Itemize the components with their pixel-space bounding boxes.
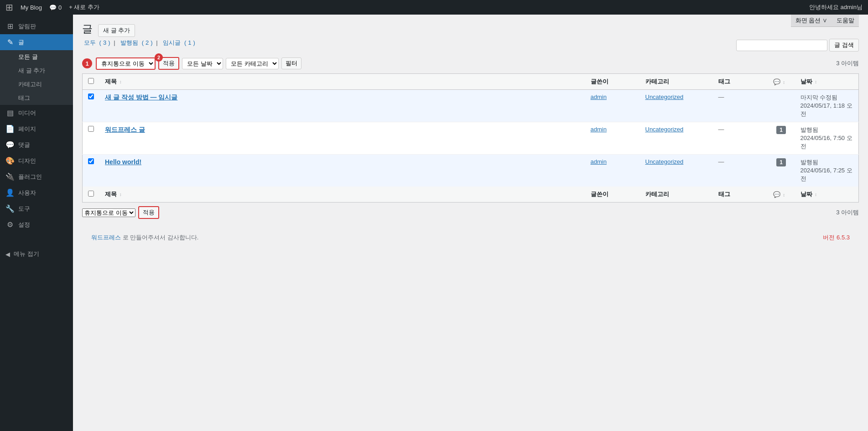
col-footer-title[interactable]: 제목 ↕ [99,187,585,203]
table-row: Hello world! admin Uncategorized — 1 [83,155,859,187]
step-badge-2: 2 [155,53,163,62]
filter-published-label: 발행됨 [120,39,138,46]
collapse-arrow-icon: ◀ [5,251,10,258]
row2-category-link[interactable]: Uncategorized [645,126,684,133]
col-footer-categories: 카테고리 [640,187,713,203]
page-header: 글 새 글 추가 [82,22,859,37]
footer-credit: 워드프레스 로 만들어주셔서 감사합니다. [91,234,198,242]
bulk-action-select-bottom[interactable]: 휴지통으로 이동 [82,208,135,217]
posts-table: 제목 ↕ 글쓴이 카테고리 태그 💬 ↕ [82,73,859,203]
new-post-link[interactable]: + 새로 추가 [69,3,99,11]
footer-credit-text: 로 만들어주셔서 감사합니다. [123,234,199,241]
submenu-new-post[interactable]: 새 글 추가 [0,64,73,78]
search-button[interactable]: 글 검색 [829,39,859,52]
row1-checkbox[interactable] [88,93,94,99]
row1-category-link[interactable]: Uncategorized [645,93,684,100]
main-content: 화면 옵션 ∨ 도움말 글 새 글 추가 글 검색 모두 [73,15,868,431]
sidebar-item-label-media: 미디어 [18,109,36,117]
row2-cb [83,122,100,155]
collapse-menu-button[interactable]: ◀ 메뉴 접기 [0,246,73,262]
sidebar-item-settings[interactable]: ⚙ 설정 [0,217,73,233]
col-header-date[interactable]: 날짜 ↕ [795,74,859,90]
sidebar-item-users[interactable]: 👤 사용자 [0,185,73,201]
sidebar-item-label-dashboard: 알림판 [18,22,36,31]
filter-area: 글 검색 모두 (3) | 발행됨 (2) | 임시글 (1) [82,39,859,55]
filter-button-top[interactable]: 필터 [281,57,301,69]
row3-title-link[interactable]: Hello world! [105,158,141,166]
filter-drafts-link[interactable]: 임시글 (1) [161,39,195,46]
comment-col-icon: 💬 [773,78,780,85]
plugins-icon: 🔌 [5,172,15,181]
sidebar: ⊞ 알림판 ✎ 글 모든 글 새 글 추가 카테고리 태그 ▤ 미디어 [0,15,73,431]
apply-button-bottom[interactable]: 적용 [138,206,159,219]
date-filter-select-top[interactable]: 모든 날짜 [182,58,223,69]
sidebar-item-label-pages: 페이지 [18,125,36,133]
col-header-categories: 카테고리 [640,74,713,90]
row2-author-link[interactable]: admin [591,126,607,133]
row2-title-cell: 워드프레스 글 [99,122,585,155]
sidebar-item-appearance[interactable]: 🎨 디자인 [0,153,73,169]
row2-date-cell: 발행됨 2024/05/16, 7:50 오전 [795,122,859,155]
date-sort-icon: ↕ [815,79,817,84]
wordpress-credit-link[interactable]: 워드프레스 [91,234,123,241]
col-footer-date[interactable]: 날짜 ↕ [795,187,859,203]
add-new-button[interactable]: 새 글 추가 [98,24,135,37]
page-title: 글 [82,22,93,36]
row3-title-cell: Hello world! [99,155,585,187]
submenu-all-posts[interactable]: 모든 글 [0,50,73,64]
row2-title-link[interactable]: 워드프레스 글 [105,126,145,133]
select-all-top-checkbox[interactable] [88,78,94,84]
sidebar-item-plugins[interactable]: 🔌 플러그인 [0,169,73,185]
row1-author-link[interactable]: admin [591,93,607,100]
col-footer-tags: 태그 [713,187,768,203]
site-name-link[interactable]: My Blog [21,4,42,11]
col-footer-cb [83,187,100,203]
filter-all-label: 모두 [84,39,96,46]
col-header-title[interactable]: 제목 ↕ [99,74,585,90]
filter-published-link[interactable]: 발행됨 (2) [119,39,154,46]
greeting-text: 안녕하세요 admin님 [809,3,863,11]
col-header-cb [83,74,100,90]
bulk-action-select-top[interactable]: 휴지통으로 이동 [96,57,156,70]
footer: 워드프레스 로 만들어주셔서 감사합니다. 버전 6.5.3 [82,228,859,247]
row1-date-cell: 마지막 수정됨 2024/05/17, 1:18 오전 [795,90,859,122]
search-input[interactable] [736,40,827,51]
row3-author-link[interactable]: admin [591,158,607,165]
select-all-bottom-checkbox[interactable] [88,191,94,197]
screen-options-button[interactable]: 화면 옵션 ∨ [791,15,832,27]
submenu-categories[interactable]: 카테고리 [0,78,73,91]
row3-checkbox[interactable] [88,158,94,164]
sidebar-item-dashboard[interactable]: ⊞ 알림판 [0,18,73,34]
pages-icon: 📄 [5,125,15,133]
search-box: 글 검색 [736,39,859,52]
filter-all-link[interactable]: 모두 (3) [82,39,112,46]
col-footer-author: 글쓴이 [585,187,640,203]
settings-icon: ⚙ [5,220,15,229]
dashboard-icon: ⊞ [5,22,15,31]
users-icon: 👤 [5,188,15,197]
sidebar-item-label-posts: 글 [18,38,24,47]
comments-icon: 💬 [5,140,15,149]
category-filter-select-top[interactable]: 모든 카테고리 [226,58,279,69]
version-text: 버전 6.5.3 [823,234,850,242]
filter-all-count: 3 [103,39,106,46]
help-button[interactable]: 도움말 [832,15,859,27]
table-row: 새 글 작성 방법 — 임시글 admin Uncategorized — [83,90,859,122]
apply-button-top[interactable]: 2 적용 [158,57,179,70]
row1-comments-cell [768,90,795,122]
tablenav-bottom: 휴지통으로 이동 적용 3 아이템 [82,206,859,219]
sidebar-item-pages[interactable]: 📄 페이지 [0,121,73,137]
sidebar-item-comments[interactable]: 💬 댓글 [0,137,73,153]
filter-drafts-label: 임시글 [163,39,181,46]
row1-title-link[interactable]: 새 글 작성 방법 — 임시글 [105,93,177,101]
submenu-tags[interactable]: 태그 [0,91,73,105]
col-header-author: 글쓴이 [585,74,640,90]
comments-link[interactable]: 💬 0 [49,4,62,11]
row3-date-cell: 발행됨 2024/05/16, 7:25 오전 [795,155,859,187]
sidebar-item-posts[interactable]: ✎ 글 [0,34,73,50]
row2-checkbox[interactable] [88,126,94,132]
row3-category-link[interactable]: Uncategorized [645,158,684,165]
col-header-tags: 태그 [713,74,768,90]
sidebar-item-tools[interactable]: 🔧 도구 [0,201,73,217]
sidebar-item-media[interactable]: ▤ 미디어 [0,105,73,121]
